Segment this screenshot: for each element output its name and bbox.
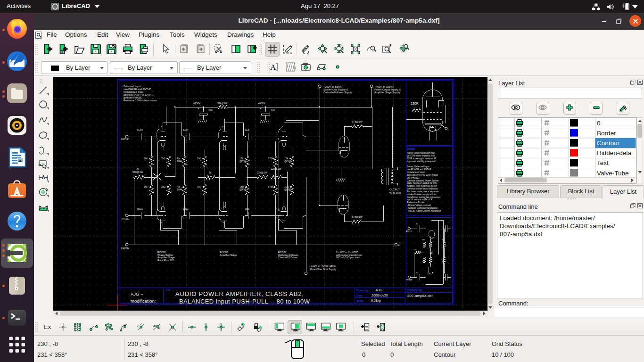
svg-text:Title:: Title: [166,288,172,291]
svg-text:560@1W: 560@1W [132,171,143,173]
svg-text:6u01: 6u01 [137,129,143,132]
svg-text:Cathode-coupled Phase Splitter: Cathode-coupled Phase Splitter [407,180,439,182]
svg-text:1k: 1k [209,171,212,174]
svg-text:Reference Books:: Reference Books: [407,201,425,204]
svg-text:Valve-Tube: Valve-Tube [597,170,629,177]
svg-text:6u: 6u [416,222,418,225]
svg-text:isolated heater supply with it: isolated heater supply with its [407,193,437,196]
svg-text:47u: 47u [208,108,213,111]
svg-text:ANTI-P: ANTI-P [406,230,412,232]
svg-text:EARTH: EARTH [121,247,129,250]
svg-text:Contour: Contour [597,140,620,147]
svg-text:47u: 47u [271,108,275,111]
svg-text:'A': 'A' [429,251,433,255]
svg-text:Unbalanced Input:: Unbalanced Input: [407,171,425,173]
svg-text:#0 to 16W: #0 to 16W [389,191,401,194]
svg-text:6u: 6u [416,272,418,274]
svg-text:connect ANTI-P to EARTH and: connect ANTI-P to EARTH and [407,174,438,176]
svg-text:R2: R2 [442,239,445,241]
svg-text:+450V: +450V [258,102,265,105]
svg-text:PHASE: PHASE [121,217,129,220]
svg-text:Detail:: Detail: [407,147,416,150]
svg-text:6T8@1W: 6T8@1W [352,215,363,218]
svg-text:Class AB2 Driver.: Class AB2 Driver. [278,256,298,259]
svg-text:220R: 220R [411,102,419,105]
svg-text:AJG --: AJG -- [131,291,143,296]
svg-text:or KT88 beam tetrodes. Add: or KT88 beam tetrodes. Add [407,155,435,157]
svg-text:220R screen-grid resistors IF: 220R screen-grid resistors IF [407,157,436,160]
svg-text:0.58xp: 0.58xp [371,299,381,303]
svg-text:33k@1W: 33k@1W [217,102,228,105]
svg-text:Resistors 0.5W unless shown.: Resistors 0.5W unless shown. [124,99,157,102]
svg-text:Scale:: Scale: [356,299,364,302]
svg-text:@1W: @1W [284,160,291,163]
svg-text:-100V +/- 40V@ 15mA: -100V +/- 40V@ 15mA [310,264,336,267]
svg-text:Amplifier Stage Supply: Amplifier Stage Supply [374,91,400,94]
svg-text:OUTPUT:: OUTPUT: [389,188,400,191]
svg-text:676k: 676k [268,157,273,160]
svg-text:1M: 1M [197,185,201,188]
svg-text:AUDIO POWER AMPLIFIER, CLASS A: AUDIO POWER AMPLIFIER, CLASS AB2, [175,290,304,297]
svg-text:Border: Border [597,130,616,137]
svg-text:use PHASE and ANTI-P.: use PHASE and ANTI-P. [407,168,431,171]
svg-text:2006nov20: 2006nov20 [372,294,388,297]
svg-text:@1W: @1W [239,160,246,163]
svg-text:Cathode-Follower Supply: Cathode-Follower Supply [323,91,352,94]
svg-text:0u1: 0u1 [245,207,249,210]
svg-text:PHASE: PHASE [406,279,413,281]
svg-text:Rk: Rk [442,260,445,263]
svg-text:@FM: @FM [239,188,246,191]
svg-text:ANTI-P: ANTI-P [121,138,129,140]
svg-text:A: A [270,63,276,72]
svg-text:104k: 104k [177,188,182,191]
svg-text:+: + [260,107,262,110]
svg-text:+: + [198,107,199,110]
svg-text:0u1: 0u1 [245,129,249,132]
svg-text:1M: 1M [144,157,148,160]
svg-text:- Brimar Valves, manual: - Brimar Valves, manual [407,204,431,206]
svg-text:Text: Text [597,159,609,166]
svg-text:1M: 1M [197,157,201,160]
svg-text:Drawing No:: Drawing No: [406,288,423,292]
svg-text:- RSGB, Radio Comms Handbook: - RSGB, Radio Comms Handbook [407,210,441,212]
svg-text:807-amp5a.dxf: 807-amp5a.dxf [407,294,433,298]
svg-text:6u01: 6u01 [137,207,143,210]
svg-text:Ra = Rk = 270: Ra = Rk = 270 [157,259,174,262]
svg-text:676k: 676k [268,185,273,188]
svg-text:use PHASE.: use PHASE. [407,177,420,179]
svg-text:Above: power output by 807: Above: power output by 807 [407,152,435,154]
svg-text:Rk: Rk [136,167,139,170]
svg-text:For lower noise, use a separat: For lower noise, use a separate [407,190,439,193]
svg-text:AJG: AJG [376,288,382,292]
svg-text:+350V: +350V [193,102,201,105]
svg-text:2k2: 2k2 [161,185,165,188]
svg-text:R1: R1 [422,239,425,241]
svg-text:1M: 1M [144,185,148,188]
svg-text:22k@1W: 22k@1W [271,167,281,170]
svg-text:0: 0 [597,120,601,127]
svg-text:E: E [398,243,401,247]
svg-text:6K5 +/- 1K5 p-p load.: 6K5 +/- 1K5 p-p load. [336,256,360,259]
svg-text:1u01: 1u01 [183,207,189,210]
svg-text:Below: Balanced Input:: Below: Balanced Input: [407,165,430,168]
svg-text:2k2: 2k2 [161,157,165,160]
svg-text:stage has been added for this: stage has been added for this [407,182,437,184]
svg-text:22k@1W: 22k@1W [257,171,268,174]
svg-text:Hidden-deta: Hidden-deta [597,149,632,156]
svg-text:104k: 104k [177,160,182,163]
svg-text:10k: 10k [413,248,416,251]
svg-text:Amplifier Stage: Amplifier Stage [220,254,237,256]
svg-text:- Mullard, technical handbooks: - Mullard, technical handbooks [407,207,438,209]
svg-text:@5W: @5W [284,188,291,191]
svg-text:improved stability is required: improved stability is required. [407,160,436,163]
svg-text:R3: R3 [422,260,425,263]
svg-text:purpose, and to provide better: purpose, and to provide better [407,185,437,187]
svg-text:Drawn by:: Drawn by: [356,289,369,292]
svg-text:Date:: Date: [356,294,363,297]
svg-text:BALANCED input PUSH-PULL -- 80: BALANCED input PUSH-PULL -- 80 to 100W [179,298,310,305]
svg-text:Fixed-Bias Grid Supply: Fixed-Bias Grid Supply [310,268,336,271]
svg-text:transformer centre-tap connect: transformer centre-tap connected [407,196,440,198]
svg-text:1u01: 1u01 [183,129,189,132]
svg-text:6T8@1W: 6T8@1W [352,120,363,123]
svg-text:modification:: modification: [131,298,156,304]
